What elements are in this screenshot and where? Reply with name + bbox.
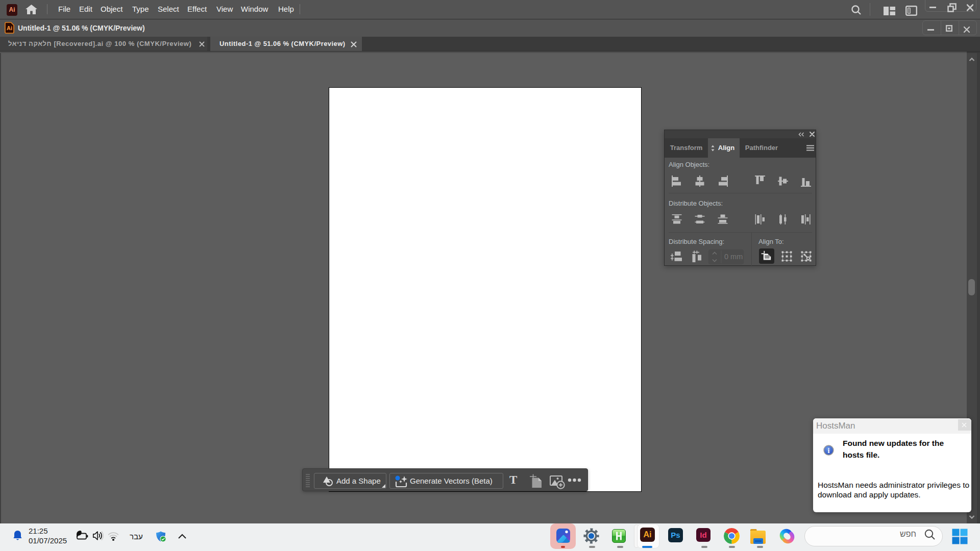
svg-text:0 mm: 0 mm	[724, 253, 743, 261]
svg-text:i: i	[828, 447, 830, 455]
svg-text:Ai: Ai	[7, 25, 12, 31]
